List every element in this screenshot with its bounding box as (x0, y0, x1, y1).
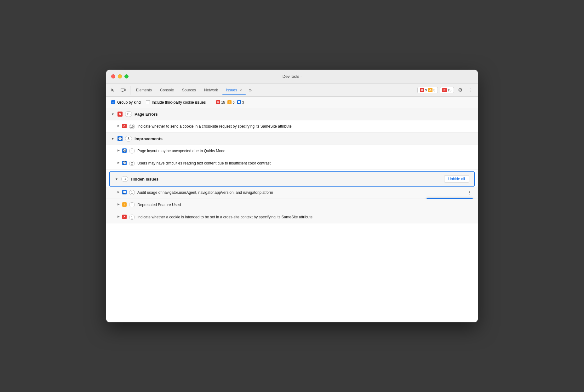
hidden-issues-section-header[interactable]: ▼ 3 Hidden issues Unhide all (109, 171, 475, 187)
more-options-button[interactable]: ⋮ (467, 86, 475, 95)
issue-chevron-icon: ▶ (117, 215, 120, 218)
titlebar: DevTools · (106, 70, 478, 84)
devtools-window: DevTools · Elements Console (106, 70, 478, 322)
filter-improvement-icon: 💬 (237, 100, 241, 104)
issue-chevron-icon: ▶ (117, 124, 120, 127)
svg-rect-0 (121, 88, 124, 91)
group-by-kind-check-icon: ✓ (111, 100, 115, 104)
tab-elements[interactable]: Elements (132, 86, 156, 94)
issue-chevron-icon: ▶ (117, 161, 120, 164)
device-icon[interactable] (119, 86, 128, 95)
window-title: DevTools · (283, 74, 302, 79)
tab-console[interactable]: Console (156, 86, 178, 94)
issue-count: 1 (129, 148, 135, 153)
issues-content: ▼ ✕ 15 Page Errors ▶ ✕ 15 Indicate wheth… (106, 108, 478, 322)
minimize-button[interactable] (118, 74, 122, 78)
filter-badges: ✕ 15 ! 0 💬 3 (216, 100, 244, 104)
filter-divider (211, 99, 211, 106)
issue-chevron-icon: ▶ (117, 190, 120, 193)
issue-error-icon: ✕ (122, 124, 127, 128)
warning-icon: ⚠ (428, 88, 432, 92)
issue-text: Users may have difficulties reading text… (137, 160, 473, 166)
more-options-icon[interactable]: ⋮ (466, 189, 473, 196)
filter-error-icon: ✕ (216, 100, 220, 104)
issues-badge[interactable]: ✕ 15 (440, 87, 454, 93)
group-by-kind-checkbox[interactable]: ✓ Group by kind (111, 100, 141, 105)
issue-text: Indicate whether to send a cookie in a c… (137, 124, 473, 129)
hidden-item-0[interactable]: ▶ 💬 1 Audit usage of navigator.userAgent… (106, 187, 478, 199)
tab-network[interactable]: Network (200, 86, 222, 94)
context-menu: ⋮ Unhide issues like this (466, 189, 473, 196)
improvements-icon: 💬 (117, 136, 123, 141)
tab-bar: Elements Console Sources Network Issues … (106, 84, 478, 97)
traffic-lights (111, 74, 129, 78)
warning-count: 3 (433, 88, 435, 92)
issue-count: 1 (129, 215, 135, 220)
toolbar-badges: ✕ 9 ⚠ 3 ✕ 15 ⚙ ⋮ (417, 86, 476, 95)
issue-count: 15 (129, 124, 135, 129)
filter-warnings-badge: ! 0 (227, 100, 234, 104)
filter-improvements-badge: 💬 3 (237, 100, 244, 104)
page-errors-count: 15 (125, 111, 132, 117)
page-error-item-0[interactable]: ▶ ✕ 15 Indicate whether to send a cookie… (106, 120, 478, 133)
more-tabs-button[interactable]: » (246, 86, 254, 94)
issues-count: 15 (448, 88, 451, 92)
tab-sources[interactable]: Sources (178, 86, 200, 94)
issue-text: Page layout may be unexpected due to Qui… (137, 148, 473, 154)
tab-close-icon[interactable]: ✕ (239, 89, 242, 92)
tab-issues[interactable]: Issues ✕ (222, 86, 246, 94)
hidden-title: Hidden issues (131, 177, 158, 182)
svg-rect-1 (124, 89, 125, 91)
hidden-chevron-icon: ▼ (115, 177, 119, 181)
page-errors-icon: ✕ (117, 112, 123, 117)
issue-blue-icon: 💬 (122, 190, 127, 194)
hidden-item-2[interactable]: ▶ ✕ 1 Indicate whether a cookie is inten… (106, 211, 478, 223)
issue-red-icon: ✕ (122, 215, 127, 219)
settings-button[interactable]: ⚙ (456, 86, 465, 95)
error-icon: ✕ (420, 88, 424, 92)
close-button[interactable] (111, 74, 115, 78)
toolbar-icons (109, 86, 130, 95)
issue-count: 2 (129, 161, 135, 166)
improvements-title: Improvements (135, 136, 163, 141)
error-warning-badge[interactable]: ✕ 9 ⚠ 3 (417, 87, 438, 93)
filter-warning-icon: ! (227, 100, 232, 104)
issue-yellow-icon: ! (122, 202, 127, 207)
page-errors-chevron-icon: ▼ (111, 112, 115, 116)
third-party-checkbox[interactable]: Include third-party cookie issues (146, 100, 206, 105)
maximize-button[interactable] (124, 74, 129, 78)
unhide-all-button[interactable]: Unhide all (444, 175, 469, 183)
improvements-section-header[interactable]: ▼ 💬 3 Improvements (106, 133, 478, 145)
issue-chevron-icon: ▶ (117, 203, 120, 206)
issue-count: 1 (129, 190, 135, 195)
page-errors-section-header[interactable]: ▼ ✕ 15 Page Errors (106, 108, 478, 120)
hidden-item-1[interactable]: ▶ ! 1 Deprecated Feature Used (106, 199, 478, 211)
issue-blue-icon: 💬 (122, 161, 127, 165)
improvements-count: 3 (125, 136, 132, 141)
issue-chevron-icon: ▶ (117, 149, 120, 152)
error-count: 9 (425, 88, 427, 92)
issue-blue-icon: 💬 (122, 148, 127, 153)
issue-text: Deprecated Feature Used (137, 202, 473, 208)
hidden-count: 3 (121, 176, 128, 182)
cursor-icon[interactable] (109, 86, 117, 95)
improvement-item-1[interactable]: ▶ 💬 2 Users may have difficulties readin… (106, 157, 478, 170)
page-errors-title: Page Errors (135, 112, 158, 117)
issue-text: Indicate whether a cookie is intended to… (137, 214, 473, 220)
filter-bar: ✓ Group by kind Include third-party cook… (106, 97, 478, 108)
improvements-chevron-icon: ▼ (111, 137, 115, 141)
filter-errors-badge: ✕ 15 (216, 100, 225, 104)
third-party-check-icon (146, 100, 150, 104)
improvement-item-0[interactable]: ▶ 💬 1 Page layout may be unexpected due … (106, 145, 478, 157)
issues-error-icon: ✕ (442, 88, 447, 92)
issue-count: 1 (129, 202, 135, 207)
issue-text: Audit usage of navigator.userAgent, navi… (137, 190, 473, 195)
